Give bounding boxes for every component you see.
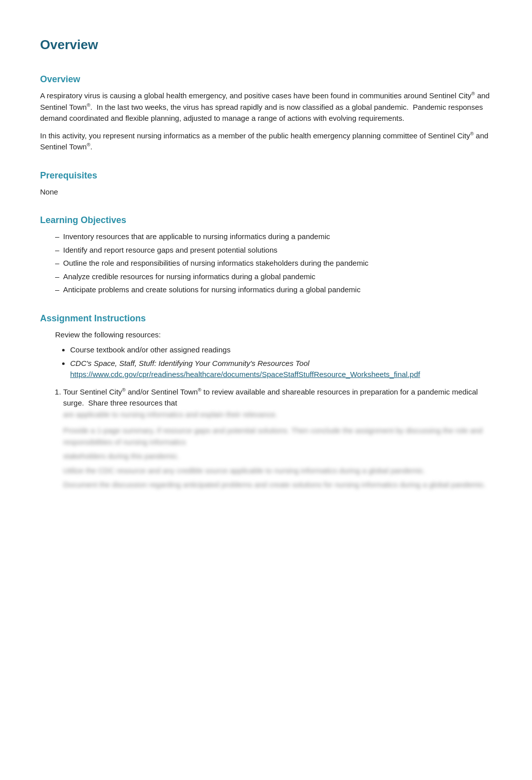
list-item: Identify and report resource gaps and pr…: [55, 245, 492, 256]
list-item-cdc: CDC's Space, Staff, Stuff: Identifying Y…: [70, 358, 492, 380]
assignment-bullet-list: Course textbook and/or other assigned re…: [40, 344, 492, 380]
learning-objectives-list: Inventory resources that are applicable …: [40, 231, 492, 296]
list-item: Course textbook and/or other assigned re…: [70, 344, 492, 356]
cdc-resource-link[interactable]: https://www.cdc.gov/cpr/readiness/health…: [70, 370, 420, 378]
blurred-content-5: Document the discussion regarding antici…: [63, 479, 492, 491]
learning-objectives-heading: Learning Objectives: [40, 214, 492, 227]
list-item: Tour Sentinel City® and/or Sentinel Town…: [63, 386, 492, 421]
learning-objectives-section: Learning Objectives Inventory resources …: [40, 214, 492, 296]
assignment-numbered-list: Tour Sentinel City® and/or Sentinel Town…: [40, 386, 492, 421]
list-item: Anticipate problems and create solutions…: [55, 284, 492, 296]
blurred-content-1: are applicable to nursing informatics an…: [63, 409, 492, 421]
assignment-instructions-heading: Assignment Instructions: [40, 312, 492, 325]
overview-paragraph-1: A respiratory virus is causing a global …: [40, 90, 492, 124]
list-item: Analyze credible resources for nursing i…: [55, 271, 492, 283]
list-item: Inventory resources that are applicable …: [55, 231, 492, 243]
blurred-content-block: Provide a 1-page summary, if resource ga…: [40, 425, 492, 491]
assignment-instructions-section: Assignment Instructions Review the follo…: [40, 312, 492, 491]
overview-section: Overview A respiratory virus is causing …: [40, 73, 492, 153]
blurred-content-2: Provide a 1-page summary, if resource ga…: [63, 425, 492, 448]
overview-paragraph-2: In this activity, you represent nursing …: [40, 130, 492, 153]
prerequisites-heading: Prerequisites: [40, 169, 492, 182]
assignment-intro: Review the following resources:: [55, 329, 492, 341]
list-item: Outline the role and responsibilities of…: [55, 258, 492, 269]
prerequisites-text: None: [40, 186, 492, 198]
blurred-content-3: stakeholders during this pandemic.: [63, 451, 492, 462]
blurred-content-4: Utilize the CDC resource and any credibl…: [63, 465, 492, 477]
page-title: Overview: [40, 35, 492, 55]
overview-heading: Overview: [40, 73, 492, 86]
prerequisites-section: Prerequisites None: [40, 169, 492, 198]
cdc-resource-title: CDC's Space, Staff, Stuff: Identifying Y…: [70, 359, 310, 367]
